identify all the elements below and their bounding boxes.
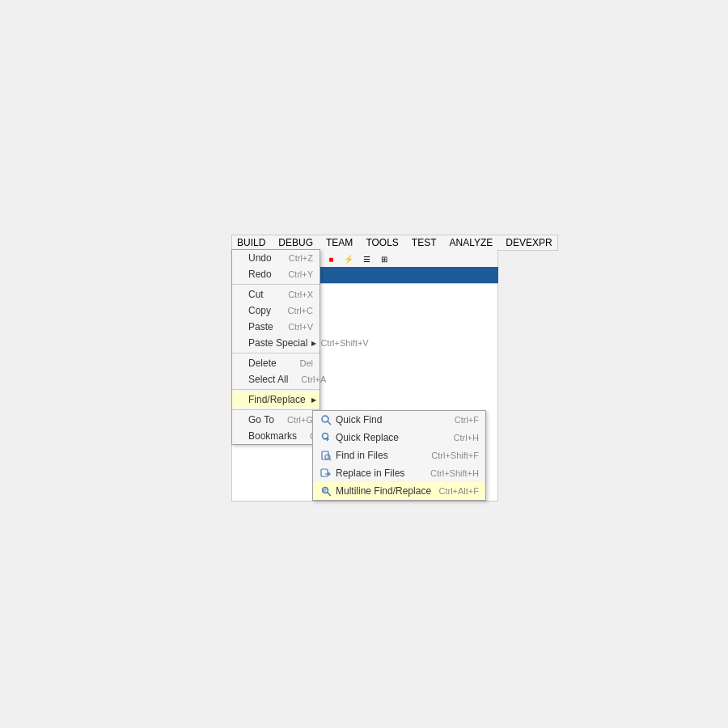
find-item-replace-in-files[interactable]: Replace in Files Ctrl+Shift+H — [313, 464, 485, 482]
menu-team[interactable]: TEAM — [324, 237, 354, 248]
cut-shortcut: Ctrl+X — [288, 290, 313, 299]
redo-label: Redo — [248, 269, 272, 280]
menu-item-select-all[interactable]: Select All Ctrl+A — [232, 371, 320, 387]
separator-3 — [232, 389, 320, 390]
replace-in-files-label: Replace in Files — [336, 468, 424, 479]
find-replace-label: Find/Replace — [248, 394, 306, 405]
svg-line-8 — [328, 493, 332, 497]
svg-line-1 — [328, 421, 331, 425]
svg-rect-6 — [321, 469, 328, 476]
undo-label: Undo — [248, 252, 272, 264]
menu-item-paste-special[interactable]: Paste Special Ctrl+Shift+V — [232, 335, 320, 351]
menu-item-goto[interactable]: Go To Ctrl+G — [232, 412, 320, 428]
find-in-files-shortcut: Ctrl+Shift+F — [431, 451, 479, 460]
quick-find-shortcut: Ctrl+F — [455, 415, 479, 425]
select-all-shortcut: Ctrl+A — [301, 375, 326, 384]
goto-label: Go To — [248, 414, 274, 425]
menu-item-redo[interactable]: Redo Ctrl+Y — [232, 266, 320, 282]
delete-shortcut: Del — [299, 358, 313, 368]
quick-find-icon — [320, 413, 332, 426]
menu-item-delete[interactable]: Delete Del — [232, 355, 320, 371]
find-item-quick-find[interactable]: Quick Find Ctrl+F — [313, 411, 485, 429]
context-menu: Undo Ctrl+Z Redo Ctrl+Y Cut Ctrl+X Copy … — [231, 249, 320, 445]
bookmarks-label: Bookmarks — [248, 430, 297, 442]
cut-label: Cut — [248, 289, 264, 300]
paste-shortcut: Ctrl+V — [288, 322, 313, 332]
menu-item-bookmarks[interactable]: Bookmarks Ctrl+, — [232, 428, 320, 444]
paste-special-label: Paste Special — [248, 337, 307, 349]
toolbar-icon-5[interactable]: ⊞ — [377, 252, 392, 267]
menu-debug[interactable]: DEBUG — [277, 237, 315, 248]
quick-replace-label: Quick Replace — [336, 432, 447, 443]
replace-in-files-icon — [320, 467, 332, 480]
svg-point-7 — [323, 488, 328, 493]
menu-item-find-replace[interactable]: Find/Replace — [232, 392, 320, 408]
menu-tools[interactable]: TOOLS — [364, 237, 400, 248]
find-item-find-in-files[interactable]: Find in Files Ctrl+Shift+F — [313, 447, 485, 464]
select-all-label: Select All — [248, 374, 288, 385]
undo-shortcut: Ctrl+Z — [289, 253, 313, 263]
redo-shortcut: Ctrl+Y — [288, 269, 313, 279]
find-in-files-icon — [320, 449, 332, 462]
menu-bar: BUILD DEBUG TEAM TOOLS TEST ANALYZE DEVE… — [231, 235, 558, 251]
quick-find-label: Quick Find — [336, 414, 448, 425]
multiline-label: Multiline Find/Replace — [336, 485, 432, 497]
separator-1 — [232, 284, 320, 285]
svg-point-4 — [325, 455, 330, 459]
menu-analyze[interactable]: ANALYZE — [448, 237, 495, 248]
menu-item-undo[interactable]: Undo Ctrl+Z — [232, 250, 320, 266]
paste-special-shortcut: Ctrl+Shift+V — [320, 338, 368, 348]
find-item-quick-replace[interactable]: Quick Replace Ctrl+H — [313, 429, 485, 447]
menu-build[interactable]: BUILD — [235, 237, 267, 248]
menu-devexpr[interactable]: DEVEXPR — [504, 237, 553, 248]
replace-in-files-shortcut: Ctrl+Shift+H — [430, 468, 479, 478]
toolbar-icon-4[interactable]: ☰ — [359, 252, 374, 267]
delete-label: Delete — [248, 358, 277, 369]
quick-replace-icon — [320, 431, 332, 444]
copy-shortcut: Ctrl+C — [288, 306, 313, 315]
find-item-multiline[interactable]: Multiline Find/Replace Ctrl+Alt+F — [313, 482, 485, 500]
menu-item-cut[interactable]: Cut Ctrl+X — [232, 286, 320, 303]
multiline-icon — [320, 485, 332, 497]
menu-item-paste[interactable]: Paste Ctrl+V — [232, 319, 320, 335]
toolbar-icon-3[interactable]: ⚡ — [341, 252, 356, 267]
quick-replace-shortcut: Ctrl+H — [454, 433, 479, 442]
menu-item-copy[interactable]: Copy Ctrl+C — [232, 303, 320, 319]
find-in-files-label: Find in Files — [336, 450, 425, 461]
multiline-shortcut: Ctrl+Alt+F — [438, 486, 479, 496]
find-submenu: Quick Find Ctrl+F Quick Replace Ctrl+H F… — [312, 410, 486, 501]
svg-line-5 — [330, 459, 332, 461]
paste-label: Paste — [248, 321, 273, 332]
svg-point-0 — [322, 416, 328, 422]
goto-shortcut: Ctrl+G — [287, 415, 313, 425]
stop-button[interactable]: ■ — [324, 252, 338, 267]
menu-test[interactable]: TEST — [410, 237, 438, 248]
copy-label: Copy — [248, 305, 271, 316]
separator-4 — [232, 409, 320, 410]
separator-2 — [232, 353, 320, 353]
